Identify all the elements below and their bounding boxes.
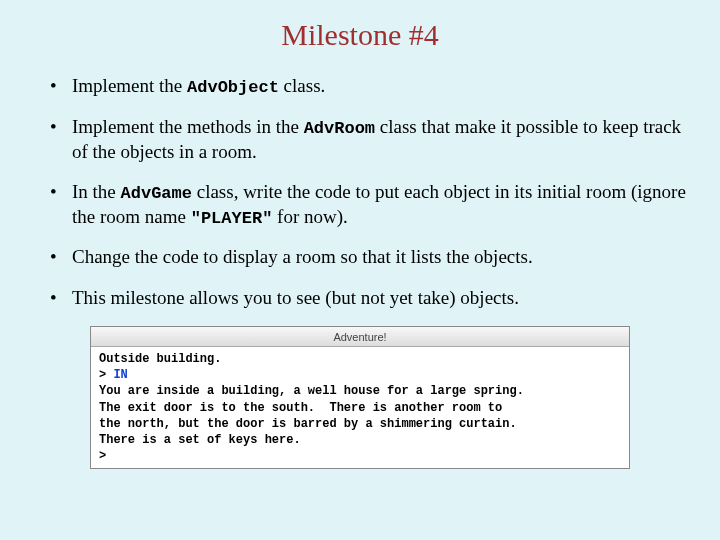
code-span: AdvObject — [187, 78, 279, 97]
terminal-line: You are inside a building, a well house … — [99, 384, 524, 398]
bullet-text: for now). — [272, 206, 347, 227]
bullet-item: In the AdvGame class, write the code to … — [50, 180, 690, 230]
terminal-output: Outside building. > IN You are inside a … — [91, 347, 629, 468]
terminal-window: Adventure! Outside building. > IN You ar… — [90, 326, 630, 469]
terminal-prompt: > — [99, 368, 113, 382]
bullet-text: class. — [279, 75, 325, 96]
bullet-text: Implement the — [72, 75, 187, 96]
bullet-item: Change the code to display a room so tha… — [50, 245, 690, 269]
window-titlebar: Adventure! — [91, 327, 629, 347]
bullet-text: In the — [72, 181, 121, 202]
window-title: Adventure! — [333, 331, 386, 343]
code-span: AdvRoom — [304, 119, 375, 138]
bullet-item: Implement the methods in the AdvRoom cla… — [50, 115, 690, 164]
code-span: "PLAYER" — [191, 209, 273, 228]
bullet-text: Change the code to display a room so tha… — [72, 246, 533, 267]
bullet-text: Implement the methods in the — [72, 116, 304, 137]
terminal-line: Outside building. — [99, 352, 221, 366]
bullet-item: Implement the AdvObject class. — [50, 74, 690, 99]
terminal-line: There is a set of keys here. — [99, 433, 301, 447]
bullet-list: Implement the AdvObject class. Implement… — [50, 74, 690, 310]
bullet-text: This milestone allows you to see (but no… — [72, 287, 519, 308]
terminal-line: The exit door is to the south. There is … — [99, 401, 502, 415]
bullet-item: This milestone allows you to see (but no… — [50, 286, 690, 310]
terminal-prompt: > — [99, 449, 106, 463]
terminal-line: the north, but the door is barred by a s… — [99, 417, 517, 431]
slide-title: Milestone #4 — [30, 18, 690, 52]
code-span: AdvGame — [121, 184, 192, 203]
terminal-command: IN — [113, 368, 127, 382]
